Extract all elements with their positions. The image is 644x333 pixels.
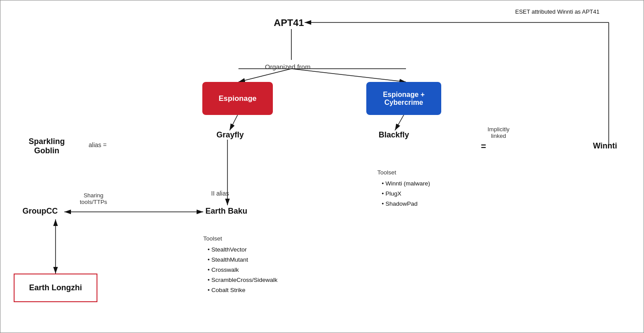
svg-line-10 — [395, 115, 404, 130]
grayfly-label: Grayfly — [216, 130, 244, 140]
svg-line-5 — [238, 69, 291, 82]
sparkling-text: SparklingGoblin — [29, 137, 65, 155]
list-item: ShadowPad — [382, 199, 430, 209]
eset-label: ESET attributed Winnti as APT41 — [515, 8, 599, 15]
blackfly-toolset-title: Toolset — [377, 168, 430, 178]
earth-baku-toolset-list: StealthVector StealthMutant Crosswalk Sc… — [203, 245, 278, 296]
alias-equals-text: alias = — [89, 141, 107, 148]
implicitly-linked-label: Implicitlylinked — [488, 126, 510, 139]
apt41-node: APT41 — [274, 17, 304, 29]
winnti-label: Winnti — [593, 141, 617, 151]
implicitly-text: Implicitlylinked — [488, 126, 510, 139]
list-item: ScrambleCross/Sidewalk — [208, 275, 278, 285]
cybercrime-box: Espionage +Cybercrime — [366, 82, 441, 115]
earth-longzhi-box: Earth Longzhi — [14, 274, 97, 302]
list-item: Crosswalk — [208, 265, 278, 275]
list-item: Cobalt Strike — [208, 285, 278, 296]
sharing-text: Sharingtools/TTPs — [80, 192, 107, 205]
organized-from-label: Organized from — [265, 63, 310, 70]
list-item: Winnti (malware) — [382, 179, 430, 189]
earth-baku-toolset: Toolset StealthVector StealthMutant Cros… — [203, 234, 278, 296]
svg-line-6 — [291, 69, 406, 82]
ii-alias-label: II alias — [211, 190, 229, 197]
espionage-box: Espionage — [202, 82, 273, 115]
earth-baku-toolset-title: Toolset — [203, 234, 278, 244]
blackfly-toolset-list: Winnti (malware) PlugX ShadowPad — [377, 179, 430, 209]
alias-equals-label: alias = — [89, 141, 107, 148]
earth-baku-label: Earth Baku — [205, 207, 247, 216]
diagram-container: APT41 ESET attributed Winnti as APT41 Or… — [0, 0, 644, 333]
groupcc-label: GroupCC — [22, 207, 58, 216]
svg-line-9 — [230, 115, 238, 130]
sharing-tools-label: Sharingtools/TTPs — [80, 192, 107, 205]
blackfly-toolset: Toolset Winnti (malware) PlugX ShadowPad — [377, 168, 430, 209]
sparkling-goblin-label: SparklingGoblin — [18, 137, 75, 155]
list-item: StealthVector — [208, 245, 278, 255]
list-item: PlugX — [382, 189, 430, 199]
equals-sign-right: = — [481, 141, 486, 152]
blackfly-label: Blackfly — [379, 130, 409, 140]
list-item: StealthMutant — [208, 255, 278, 265]
cybercrime-text: Espionage +Cybercrime — [383, 91, 425, 107]
